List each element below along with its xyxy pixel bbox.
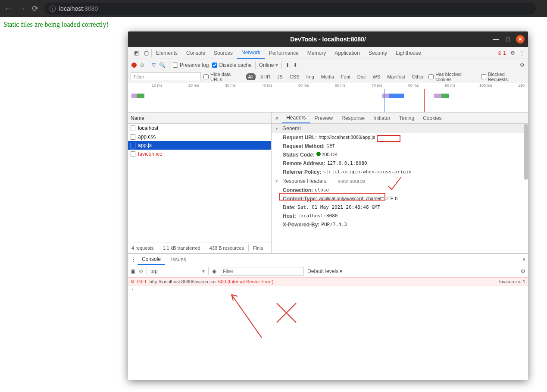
net-gear-icon[interactable]: ⚙ (520, 62, 525, 68)
filter-icon[interactable]: ▽ (152, 62, 156, 68)
detail-tabs: × Headers Preview Response Initiator Tim… (272, 113, 528, 124)
tab-network[interactable]: Network (237, 47, 265, 59)
file-icon (131, 134, 135, 140)
more-icon[interactable]: ⋮ (519, 50, 525, 56)
hide-data-urls[interactable]: Hide data URLs (203, 72, 243, 82)
close-detail[interactable]: × (272, 113, 282, 123)
dtab-response[interactable]: Response (337, 113, 369, 123)
reload-button[interactable]: ⟳ (32, 4, 38, 13)
view-source-link[interactable]: view source (338, 178, 365, 184)
response-headers-section[interactable]: Response Headersview source (272, 176, 528, 186)
kv-row: Date:Sat, 01 May 2021 20:48:48 GMT (272, 203, 528, 212)
url-port: :8080 (83, 5, 98, 12)
gear-icon[interactable]: ⚙ (510, 50, 515, 56)
has-blocked-cookies[interactable]: Has blocked cookies (428, 72, 478, 82)
console-sidebar-icon[interactable]: ▣ (131, 268, 135, 274)
filter-css[interactable]: CSS (288, 73, 302, 80)
filter-manifest[interactable]: Manifest (385, 73, 407, 80)
filter-img[interactable]: Img (304, 73, 316, 80)
tab-console[interactable]: Console (182, 47, 209, 59)
kv-row: Host:localhost:8080 (272, 212, 528, 220)
tab-application[interactable]: Application (330, 47, 364, 59)
drawer-more-icon[interactable]: ⋮ (131, 257, 136, 263)
console-filter[interactable] (220, 267, 304, 276)
dtab-preview[interactable]: Preview (310, 113, 338, 123)
kv-row: Remote Address:127.0.0.1:8080 (272, 159, 528, 168)
filter-doc[interactable]: Doc (355, 73, 368, 80)
upload-icon[interactable]: ⬆ (285, 62, 290, 68)
filter-js[interactable]: JS (275, 73, 285, 80)
dtab-timing[interactable]: Timing (395, 113, 419, 123)
filter-bar: Hide data URLs All XHR JS CSS Img Media … (128, 71, 528, 82)
devtools-title: DevTools - localhost:8080/ (290, 36, 366, 43)
download-icon[interactable]: ⬇ (293, 62, 297, 68)
filter-media[interactable]: Media (319, 73, 336, 80)
tab-security[interactable]: Security (364, 47, 391, 59)
kv-row: Request Method:GET (272, 142, 528, 151)
console-error-row[interactable]: ⊘ GET http://localhost:8080/favicon.ico … (128, 277, 528, 285)
console-toolbar: ▣ ⊘ top ▾ ◉ Default levels ▾ ⚙ (128, 265, 528, 277)
scrollbar[interactable] (524, 124, 528, 180)
tab-elements[interactable]: Elements (152, 47, 182, 59)
dtab-initiator[interactable]: Initiator (369, 113, 394, 123)
console-gear-icon[interactable]: ⚙ (521, 268, 525, 274)
dtab-cookies[interactable]: Cookies (419, 113, 446, 123)
request-footer: 4 requests 1.1 kB transferred 433 B reso… (128, 242, 271, 253)
kv-row: Status Code:200 OK (272, 151, 528, 159)
console-tabs: ⋮ Console Issues × (128, 254, 528, 265)
filter-ws[interactable]: WS (370, 73, 382, 80)
tab-memory[interactable]: Memory (303, 47, 330, 59)
filter-xhr[interactable]: XHR (258, 73, 272, 80)
context-select[interactable]: top ▾ (150, 268, 205, 274)
filter-input[interactable] (131, 72, 201, 81)
tab-sources[interactable]: Sources (209, 47, 237, 59)
filter-all[interactable]: All (246, 73, 256, 80)
back-button[interactable]: ← (4, 4, 12, 13)
ctab-console[interactable]: Console (138, 254, 165, 265)
tab-performance[interactable]: Performance (265, 47, 303, 59)
maximize-button[interactable]: □ (504, 35, 512, 43)
preserve-log-checkbox[interactable]: Preserve log (173, 62, 209, 68)
devtools-tabs: ◩ ▢ Elements Console Sources Network Per… (128, 47, 528, 59)
tab-lighthouse[interactable]: Lighthouse (391, 47, 425, 59)
console-clear-icon[interactable]: ⊘ (139, 268, 143, 274)
minimize-button[interactable]: — (492, 35, 500, 43)
record-button[interactable] (131, 63, 137, 68)
request-row[interactable]: favicon.ico (128, 150, 271, 158)
clear-button[interactable]: ⊘ (140, 62, 144, 68)
kv-row: X-Powered-By:PHP/7.4.3 (272, 220, 528, 229)
error-source-link[interactable]: favicon.ico:1 (499, 279, 525, 284)
disable-cache-checkbox[interactable]: Disable cache (212, 62, 251, 68)
error-icon: ⊘ (131, 279, 134, 284)
status-dot-icon (316, 152, 321, 156)
request-row[interactable]: localhost (128, 124, 271, 132)
console-prompt[interactable]: › (128, 285, 528, 292)
general-section[interactable]: General (272, 124, 528, 133)
blocked-requests[interactable]: Blocked Requests (481, 72, 525, 82)
inspect-icon[interactable]: ◩ (131, 50, 141, 56)
timeline-overview[interactable]: 10 ms 20 ms 30 ms 40 ms 50 ms 60 ms 70 m… (128, 82, 528, 113)
throttle-select[interactable]: Online ▾ (259, 62, 278, 68)
ctab-issues[interactable]: Issues (167, 254, 191, 265)
close-button[interactable]: ✕ (516, 35, 525, 44)
device-icon[interactable]: ▢ (141, 50, 151, 56)
filter-font[interactable]: Font (339, 73, 353, 80)
kv-row: Referrer Policy:strict-origin-when-cross… (272, 168, 528, 176)
request-detail: × Headers Preview Response Initiator Tim… (272, 113, 528, 253)
request-row[interactable]: app.js (128, 141, 271, 150)
close-drawer[interactable]: × (522, 257, 525, 263)
dtab-headers[interactable]: Headers (282, 113, 310, 123)
devtools-titlebar[interactable]: DevTools - localhost:8080/ — □ ✕ (128, 31, 528, 47)
address-bar[interactable]: i localhost:8080 (44, 3, 536, 15)
live-expr-icon[interactable]: ◉ (212, 268, 216, 274)
filter-other[interactable]: Other (410, 73, 426, 80)
request-row[interactable]: app.css (128, 132, 271, 141)
levels-select[interactable]: Default levels ▾ (307, 268, 342, 274)
request-list-header[interactable]: Name (128, 113, 271, 124)
request-list: Name localhost app.css app.js favicon.ic… (128, 113, 272, 253)
error-badge[interactable]: ⊘1 (497, 50, 506, 56)
forward-button[interactable]: → (18, 4, 26, 13)
network-toolbar: ⊘ ▽ 🔍 Preserve log Disable cache Online … (128, 59, 528, 71)
console-body[interactable]: ⊘ GET http://localhost:8080/favicon.ico … (128, 277, 528, 380)
search-icon[interactable]: 🔍 (159, 62, 166, 68)
